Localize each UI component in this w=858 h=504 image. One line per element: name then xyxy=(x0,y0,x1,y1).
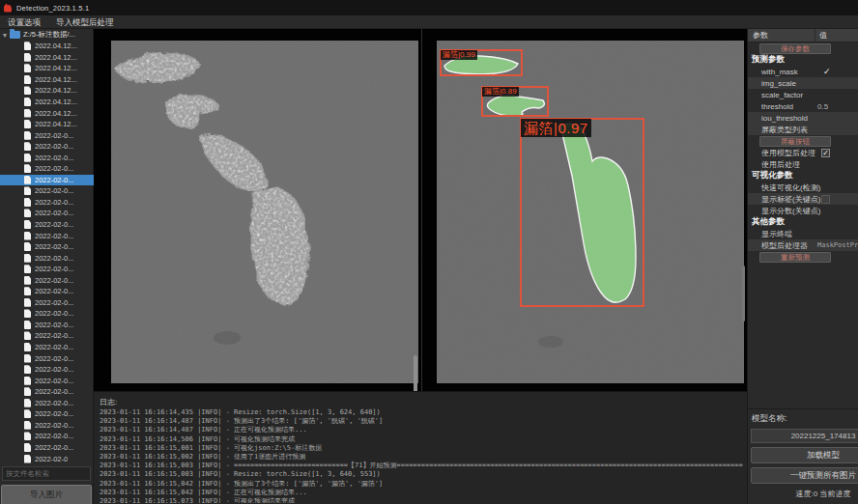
param-label: 显示终端 xyxy=(748,229,792,239)
param-row[interactable]: iou_threshold xyxy=(748,112,858,124)
tree-item[interactable]: 2022-02-0... xyxy=(0,375,94,386)
tree-item[interactable]: 2022-02-0... xyxy=(0,230,94,241)
param-row[interactable]: 模型后处理器MaskPostPro xyxy=(748,239,858,251)
tree-item[interactable]: 2022.04.12... xyxy=(0,74,94,86)
checkbox-empty-icon[interactable] xyxy=(821,195,830,204)
tree-item-label: 2022-02-0... xyxy=(35,365,73,374)
tree-item[interactable]: 2022-02-0 xyxy=(0,453,94,464)
tree-item[interactable]: 2022-02-0... xyxy=(0,252,94,264)
tree-item[interactable]: 2022-02-0... xyxy=(0,197,94,209)
param-row[interactable]: 屏蔽按钮 xyxy=(748,135,858,147)
param-row[interactable]: scale_factor xyxy=(748,89,858,100)
param-row[interactable]: 快速可视化(检测) xyxy=(748,182,858,193)
param-row[interactable]: with_mask✓ xyxy=(748,66,858,77)
tree-item[interactable]: 2022-02-0... xyxy=(0,442,94,454)
file-icon xyxy=(24,220,31,229)
param-label: 显示标签(关键点) xyxy=(748,194,820,205)
tree-item-label: 2022-02-0... xyxy=(35,377,73,385)
tree-item[interactable]: 2022.04.12... xyxy=(0,97,94,108)
menu-item[interactable]: 设置选项 xyxy=(0,15,48,29)
tree-item[interactable]: 2022-02-0... xyxy=(0,352,94,364)
param-label: 预测参数 xyxy=(748,54,785,66)
load-model-button[interactable]: 加载模型 xyxy=(751,447,858,463)
menu-item[interactable]: 导入模型后处理 xyxy=(48,15,122,29)
file-icon xyxy=(24,75,31,84)
param-row[interactable]: 显示终端 xyxy=(748,228,858,239)
param-row[interactable]: 使用模型后处理✓ xyxy=(748,147,858,158)
tree-item[interactable]: 2022-02-0... xyxy=(0,364,94,376)
log-title: 日志: xyxy=(100,397,117,407)
tree-item[interactable]: 2022-02-0... xyxy=(0,342,94,353)
param-row[interactable]: 屏蔽类型列表 xyxy=(748,124,858,135)
file-icon xyxy=(24,198,31,207)
param-label: img_scale xyxy=(748,79,796,88)
tree-item[interactable]: 2022.04.12... xyxy=(0,52,94,64)
param-button[interactable]: 屏蔽按钮 xyxy=(759,136,831,147)
tree-root-row[interactable]: ▼ Z:/5-标注数据/... xyxy=(0,29,94,41)
right-image-scrollbar[interactable] xyxy=(742,266,745,322)
tree-item[interactable]: 2022-02-0... xyxy=(0,175,94,186)
tree-item[interactable]: 2022-02-0... xyxy=(0,185,94,197)
tree-item[interactable]: 2022.04.12... xyxy=(0,119,94,130)
tree-item[interactable]: 2022-02-0... xyxy=(0,420,94,432)
param-value: 0.5 xyxy=(817,102,828,111)
param-row[interactable]: 保存参数 xyxy=(748,42,858,54)
chevron-down-icon[interactable]: ▼ xyxy=(0,32,10,39)
file-tree-panel: ▼ Z:/5-标注数据/... 2022.04.12...2022.04.12.… xyxy=(0,29,94,504)
param-button[interactable]: 保存参数 xyxy=(759,43,831,54)
tree-item[interactable]: 2022-02-0... xyxy=(0,431,94,442)
predict-all-button[interactable]: 一键预测所有图片 xyxy=(751,467,858,484)
import-images-button[interactable]: 导入图片 xyxy=(1,485,92,504)
tree-item-label: 2022.04.12... xyxy=(35,75,77,84)
param-button[interactable]: 重新预测 xyxy=(759,252,831,263)
log-line: 2023-01-11 16:16:15,002 |INFO| - 使用了1张图片… xyxy=(100,453,743,462)
file-icon xyxy=(24,443,31,452)
param-row[interactable]: img_scale xyxy=(748,77,858,89)
tree-item[interactable]: 2022.04.12... xyxy=(0,41,94,52)
detection-label: 漏箔|0.89 xyxy=(482,87,519,97)
tree-item[interactable]: 2022-02-0... xyxy=(0,297,94,309)
param-table-header: 参数 值 xyxy=(748,29,858,42)
file-icon xyxy=(24,120,31,128)
tree-item[interactable]: 2022-02-0... xyxy=(0,308,94,320)
param-row[interactable]: 使用后处理 xyxy=(748,158,858,170)
file-icon xyxy=(24,287,31,295)
original-image-panel[interactable] xyxy=(111,41,418,383)
model-name-field[interactable]: 20221225_174813 xyxy=(751,429,858,443)
tree-item[interactable]: 2022-02-0... xyxy=(0,408,94,420)
tree-item[interactable]: 2022-02-0... xyxy=(0,163,94,175)
param-row[interactable]: threshold0.5 xyxy=(748,100,858,112)
check-icon: ✓ xyxy=(823,67,831,76)
tree-item[interactable]: 2022-02-0... xyxy=(0,264,94,275)
tree-item[interactable]: 2022-02-0... xyxy=(0,152,94,163)
tree-item[interactable]: 2022-02-0... xyxy=(0,274,94,286)
file-icon xyxy=(24,154,31,162)
app-window: Detection_2023.1.5.1 设置选项导入模型后处理 ▼ Z:/5-… xyxy=(0,0,858,504)
tree-item[interactable]: 2022-02-0... xyxy=(0,129,94,141)
tree-item[interactable]: 2022.04.12... xyxy=(0,85,94,97)
search-input[interactable] xyxy=(2,466,91,481)
log-lines[interactable]: 2023-01-11 16:16:14,435 |INFO| - Resize:… xyxy=(100,408,743,503)
window-title: Detection_2023.1.5.1 xyxy=(16,4,89,13)
tree-item-label: 2022-02-0... xyxy=(35,176,73,184)
tree-item[interactable]: 2022-02-0... xyxy=(0,320,94,331)
tree-item[interactable]: 2022-02-0... xyxy=(0,398,94,409)
param-row[interactable]: 显示标签(关键点) xyxy=(748,193,858,205)
tree-item[interactable]: 2022-02-0... xyxy=(0,208,94,219)
file-icon xyxy=(24,242,31,251)
param-header-value: 值 xyxy=(815,30,827,41)
tree-item[interactable]: 2022.04.12... xyxy=(0,107,94,119)
param-row[interactable]: 显示分数(关键点) xyxy=(748,205,858,216)
tree-item[interactable]: 2022-02-0... xyxy=(0,219,94,231)
checkbox-checked-icon[interactable]: ✓ xyxy=(821,149,830,157)
tree-item[interactable]: 2022.04.12... xyxy=(0,63,94,74)
tree-item[interactable]: 2022-02-0... xyxy=(0,241,94,253)
model-name-label: 模型名称: xyxy=(748,411,858,427)
tree-item[interactable]: 2022-02-0... xyxy=(0,330,94,342)
prediction-image-panel[interactable]: 漏箔|0.99漏箔|0.89漏箔|0.97 xyxy=(437,41,744,383)
tree-item[interactable]: 2022-02-0... xyxy=(0,286,94,297)
tree-item[interactable]: 2022-02-0... xyxy=(0,141,94,153)
tree-item[interactable]: 2022-02-0... xyxy=(0,386,94,398)
original-image xyxy=(111,41,418,383)
param-row[interactable]: 重新预测 xyxy=(748,251,858,263)
